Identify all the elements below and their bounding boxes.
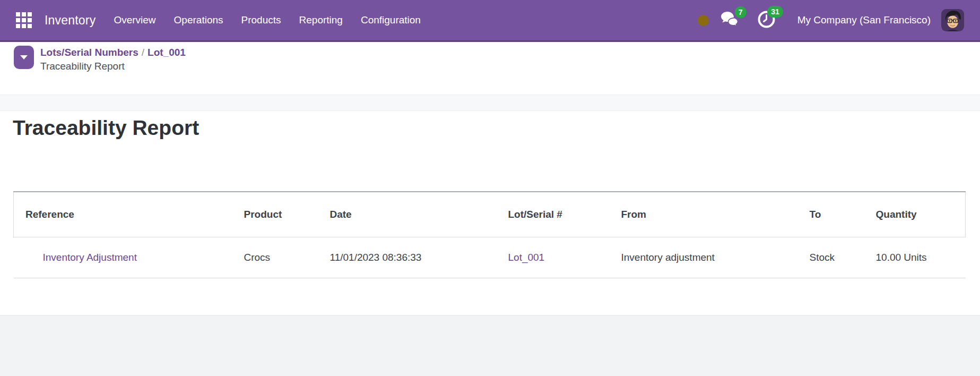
menu-item-reporting[interactable]: Reporting (298, 11, 344, 29)
chevron-down-icon (20, 55, 28, 59)
status-dot-icon[interactable] (698, 15, 709, 26)
page-title: Traceability Report (13, 115, 965, 141)
cell-product: Crocs (232, 237, 318, 278)
table-row: Inventory Adjustment Crocs 11/01/2023 08… (14, 237, 966, 278)
report-page: Traceability Report Reference Product Da… (0, 111, 980, 315)
column-header-product: Product (232, 192, 318, 237)
activities-button[interactable]: 31 (758, 11, 775, 30)
cell-reference: Inventory Adjustment (14, 237, 232, 278)
content-divider-band (0, 95, 980, 111)
column-header-date: Date (318, 192, 497, 237)
cell-from: Inventory adjustment (610, 237, 798, 278)
column-header-quantity: Quantity (864, 192, 966, 237)
reference-link[interactable]: Inventory Adjustment (43, 252, 137, 263)
column-header-to: To (798, 192, 864, 237)
column-header-reference: Reference (14, 192, 232, 237)
user-avatar[interactable] (941, 9, 964, 31)
column-header-from: From (610, 192, 798, 237)
messages-button[interactable]: 7 (721, 11, 739, 29)
systray: 7 31 My Company (San Francisco) (698, 9, 964, 31)
breadcrumb-link-lot-001[interactable]: Lot_001 (148, 47, 186, 58)
table-header-row: Reference Product Date Lot/Serial # From… (14, 192, 966, 237)
breadcrumb-bar: Lots/Serial Numbers/Lot_001 Traceability… (0, 42, 980, 95)
breadcrumb-separator: / (138, 47, 148, 58)
menu-item-configuration[interactable]: Configuration (360, 11, 422, 29)
menu-item-operations[interactable]: Operations (173, 11, 224, 29)
cell-date: 11/01/2023 08:36:33 (318, 237, 497, 278)
apps-grid-icon[interactable] (16, 12, 32, 28)
top-navbar: Inventory Overview Operations Products R… (0, 0, 980, 42)
cell-lot-serial: Lot_001 (497, 237, 610, 278)
breadcrumb-link-lots-serial-numbers[interactable]: Lots/Serial Numbers (40, 47, 138, 58)
menu-item-products[interactable]: Products (240, 11, 282, 29)
activities-count-badge: 31 (767, 6, 783, 18)
traceability-table: Reference Product Date Lot/Serial # From… (13, 191, 966, 278)
main-menu: Overview Operations Products Reporting C… (112, 11, 422, 29)
cell-quantity: 10.00 Units (864, 237, 966, 278)
lot-serial-link[interactable]: Lot_001 (508, 252, 545, 263)
app-name[interactable]: Inventory (45, 13, 96, 28)
page-footer-area (0, 315, 980, 376)
breadcrumb-dropdown-button[interactable] (14, 46, 34, 69)
breadcrumb-current-page: Traceability Report (40, 60, 186, 73)
column-header-lot-serial: Lot/Serial # (497, 192, 610, 237)
menu-item-overview[interactable]: Overview (112, 11, 157, 29)
breadcrumb: Lots/Serial Numbers/Lot_001 Traceability… (40, 46, 186, 73)
messages-count-badge: 7 (735, 6, 747, 18)
cell-to: Stock (798, 237, 864, 278)
company-switcher[interactable]: My Company (San Francisco) (797, 14, 931, 26)
